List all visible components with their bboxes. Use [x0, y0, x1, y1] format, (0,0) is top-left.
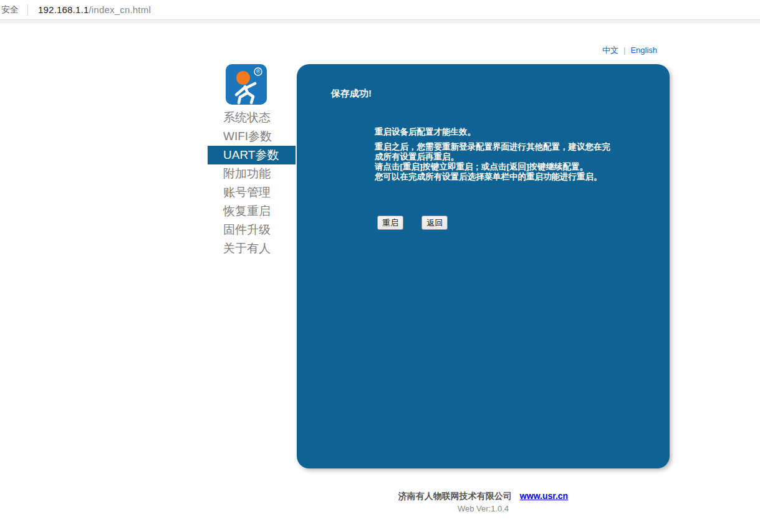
- sidebar-menu: 系统状态 WIFI参数 UART参数 附加功能 账号管理 恢复重启 固件升级 关…: [208, 108, 296, 258]
- restart-instructions-body: 重启之后，您需要重新登录配置界面进行其他配置，建议您在完 成所有设置后再重启。 …: [375, 142, 610, 182]
- sidebar-item-about-usr[interactable]: 关于有人: [208, 239, 296, 258]
- security-label: 安全: [1, 4, 19, 16]
- sidebar-item-extra-functions[interactable]: 附加功能: [208, 164, 296, 183]
- company-name: 济南有人物联网技术有限公司: [398, 491, 512, 501]
- save-success-title: 保存成功!: [331, 88, 372, 100]
- url-path: /index_cn.html: [89, 4, 151, 15]
- language-switcher: 中文|English: [602, 45, 657, 56]
- web-version: Web Ver:1.0.4: [297, 504, 670, 513]
- restart-instructions: 重启设备后配置才能生效。 重启之后，您需要重新登录配置界面进行其他配置，建议您在…: [375, 127, 610, 182]
- back-button[interactable]: 返回: [421, 216, 448, 230]
- sidebar-item-wifi-params[interactable]: WIFI参数: [208, 127, 296, 146]
- url-text[interactable]: 192.168.1.1/index_cn.html: [38, 4, 151, 15]
- lang-english-link[interactable]: English: [630, 45, 657, 55]
- svg-text:®: ®: [256, 69, 261, 75]
- browser-chrome-band: [0, 19, 760, 23]
- address-bar-divider: [27, 4, 28, 16]
- sidebar-item-system-status[interactable]: 系统状态: [208, 108, 296, 127]
- sidebar-item-uart-params[interactable]: UART参数: [208, 146, 296, 164]
- lang-chinese-link[interactable]: 中文: [602, 45, 618, 55]
- sidebar-item-account-management[interactable]: 账号管理: [208, 183, 296, 202]
- button-row: 重启 返回: [377, 216, 448, 230]
- sidebar-item-firmware-upgrade[interactable]: 固件升级: [208, 221, 296, 239]
- sidebar-item-restore-restart[interactable]: 恢复重启: [208, 202, 296, 221]
- lang-separator: |: [623, 45, 625, 55]
- restart-instructions-intro: 重启设备后配置才能生效。: [375, 127, 610, 137]
- url-host: 192.168.1.1: [38, 4, 89, 15]
- page-footer: 济南有人物联网技术有限公司www.usr.cn Web Ver:1.0.4: [297, 491, 670, 513]
- usr-logo-icon: ®: [226, 64, 267, 105]
- restart-button[interactable]: 重启: [377, 216, 403, 230]
- usr-website-link[interactable]: www.usr.cn: [520, 491, 568, 501]
- browser-address-bar: 安全 192.168.1.1/index_cn.html: [0, 0, 760, 19]
- content-panel: 保存成功! 重启设备后配置才能生效。 重启之后，您需要重新登录配置界面进行其他配…: [297, 64, 670, 468]
